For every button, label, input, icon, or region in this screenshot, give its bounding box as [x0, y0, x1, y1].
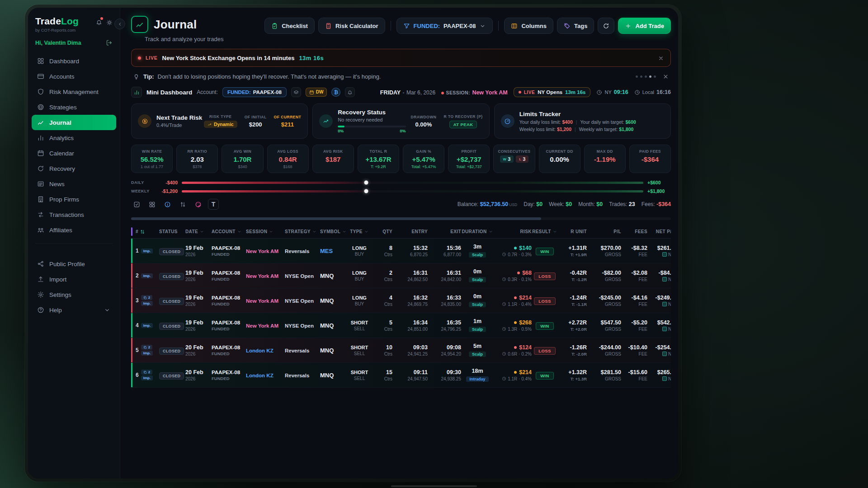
- account-badge[interactable]: FUNDED:PAAPEX-08: [222, 87, 287, 97]
- sidebar-item-analytics[interactable]: Analytics: [32, 130, 116, 145]
- sidebar-item-prop-firms[interactable]: Prop Firms: [32, 192, 116, 207]
- sun-icon: [106, 19, 113, 26]
- stat-avg-risk: AVG RISK$187: [312, 145, 354, 173]
- column-header-account[interactable]: ACCOUNT: [212, 229, 246, 234]
- daily-weekly-toggle[interactable]: DW: [306, 88, 327, 97]
- info-button[interactable]: [162, 199, 173, 210]
- clock-icon: [502, 352, 506, 356]
- column-header-duration[interactable]: DURATION: [461, 229, 494, 234]
- logout-icon[interactable]: [106, 39, 113, 46]
- column-header-session[interactable]: SESSION: [246, 229, 285, 234]
- table-scrollbar-thumb[interactable]: [131, 217, 541, 220]
- table-row[interactable]: 1 Imp. CLOSED 19 Feb2026 PAAPEX-08FUNDED…: [131, 239, 671, 263]
- import-badge: Imp.: [141, 273, 153, 278]
- sidebar-item-public-profile[interactable]: Public Profile: [32, 256, 116, 272]
- recovery-icon: [319, 114, 333, 128]
- result-badge: LOSS: [534, 272, 555, 280]
- stack-badge: 2: [141, 370, 152, 375]
- table-row[interactable]: 2 Imp. CLOSED 19 Feb2026 PAAPEX-08FUNDED…: [131, 263, 671, 288]
- column-header-symbol[interactable]: SYMBOL: [320, 229, 347, 234]
- tip-dot[interactable]: [645, 75, 647, 78]
- add-trade-button[interactable]: Add Trade: [618, 18, 671, 34]
- sidebar-item-import[interactable]: Import: [32, 272, 116, 287]
- duration-tag: Scalp: [469, 302, 486, 307]
- tip-dot[interactable]: [640, 75, 642, 78]
- sidebar-item-dashboard[interactable]: Dashboard: [32, 53, 116, 69]
- updown-icon: [179, 201, 186, 208]
- tip-dot-active[interactable]: [649, 75, 651, 78]
- sidebar-collapse-button[interactable]: [114, 19, 125, 29]
- month-pl: $0: [596, 201, 603, 207]
- sidebar-item-risk-management[interactable]: Risk Management: [32, 84, 116, 99]
- stat-paid-fees: PAID FEES-$364: [629, 145, 671, 173]
- sidebar-item-settings[interactable]: Settings: [32, 287, 116, 302]
- week-pl: $0: [566, 201, 572, 207]
- daily-limit-bar: DAILY -$400 +$600: [131, 180, 671, 185]
- layout-button[interactable]: [146, 199, 157, 210]
- stat-value: 1.70R: [224, 155, 261, 163]
- at-peak-badge: AT PEAK: [449, 121, 477, 128]
- banner-close-button[interactable]: [658, 54, 664, 61]
- table-scrollbar[interactable]: [131, 217, 671, 220]
- account-filter-button[interactable]: FUNDED:PAAPEX-08: [396, 18, 493, 34]
- sidebar-item-journal[interactable]: Journal: [32, 115, 116, 130]
- sidebar-item-transactions[interactable]: Transactions: [32, 207, 116, 222]
- table-row[interactable]: 3 2 Imp. CLOSED 19 Feb2026 PAAPEX-08FUND…: [131, 288, 671, 313]
- trades-count: 23: [629, 201, 635, 207]
- day-pl: $0: [536, 201, 542, 207]
- date: Mar 6, 2026: [406, 89, 435, 96]
- checklist-button[interactable]: Checklist: [264, 18, 315, 34]
- upload-icon: [37, 276, 44, 283]
- crypto-icon[interactable]: ₿: [331, 88, 340, 97]
- grid-icon: [37, 57, 44, 65]
- column-header-result[interactable]: RESULT: [532, 229, 558, 234]
- text-size-button[interactable]: T: [208, 199, 219, 210]
- stat-label: AVG RISK: [315, 149, 352, 154]
- tip-row: Tip: Don't add to losing positions hopin…: [131, 72, 671, 80]
- tip-dot[interactable]: [636, 75, 638, 78]
- tip-close-button[interactable]: [662, 73, 669, 80]
- sidebar-item-accounts[interactable]: Accounts: [32, 69, 116, 84]
- result-badge: WIN: [536, 248, 554, 255]
- clock-icon: [596, 89, 602, 95]
- palette-button[interactable]: [193, 199, 203, 210]
- column-header-type[interactable]: TYPE: [347, 229, 372, 234]
- notifications-bell-icon[interactable]: [96, 18, 102, 26]
- sidebar-item-calendar[interactable]: Calendar: [32, 145, 116, 161]
- stat-value: +$2,737: [450, 155, 487, 163]
- table-body: 1 Imp. CLOSED 19 Feb2026 PAAPEX-08FUNDED…: [131, 239, 671, 388]
- page-header: Journal Track and analyze your trades Ch…: [131, 16, 671, 42]
- sidebar-item-label: News: [49, 181, 65, 188]
- copy-icon: [143, 296, 147, 300]
- sidebar-item-help[interactable]: Help: [32, 302, 116, 318]
- opens-countdown: 13m 16s: [565, 89, 585, 95]
- sidebar-item-news[interactable]: News: [32, 176, 116, 192]
- sidebar-item-recovery[interactable]: Recovery: [32, 161, 116, 176]
- duration-tag: Scalp: [469, 352, 486, 357]
- tags-button[interactable]: Tags: [557, 18, 594, 34]
- risk-calculator-button[interactable]: Risk Calculator: [318, 18, 385, 34]
- theme-toggle-icon[interactable]: [106, 18, 113, 26]
- tip-pagination-dots: [636, 75, 656, 78]
- alerts-bell-icon[interactable]: [345, 87, 355, 97]
- sidebar-item-affiliates[interactable]: Affiliates: [32, 222, 116, 238]
- layers-icon[interactable]: [291, 87, 301, 97]
- column-header-date[interactable]: DATE: [185, 229, 212, 234]
- table-row[interactable]: 5 2 Imp. CLOSED 20 Feb2026 PAAPEX-08FUND…: [131, 338, 671, 363]
- live-dot: [138, 56, 141, 60]
- building-icon: [37, 196, 44, 203]
- table-row[interactable]: 4 Imp. CLOSED 19 Feb2026 PAAPEX-08FUNDED…: [131, 313, 671, 338]
- refresh-button[interactable]: [598, 18, 614, 34]
- sort-button[interactable]: [177, 199, 188, 210]
- columns-button[interactable]: Columns: [504, 18, 553, 34]
- risk-type-badge[interactable]: Dynamic: [204, 121, 237, 128]
- column-header-strategy[interactable]: STRATEGY: [285, 229, 320, 234]
- select-rows-button[interactable]: [131, 199, 142, 210]
- stat-value: 0.00%: [541, 155, 578, 163]
- app-screen: TradeLog by COT-Reports.com Hi, Valentin…: [28, 8, 678, 479]
- table-row[interactable]: 6 2 Imp. CLOSED 20 Feb2026 PAAPEX-08FUND…: [131, 363, 671, 388]
- sidebar-item-strategies[interactable]: Strategies: [32, 99, 116, 115]
- status-badge: CLOSED: [159, 298, 184, 305]
- tip-dot[interactable]: [654, 75, 656, 78]
- sidebar-item-label: Transactions: [49, 211, 84, 218]
